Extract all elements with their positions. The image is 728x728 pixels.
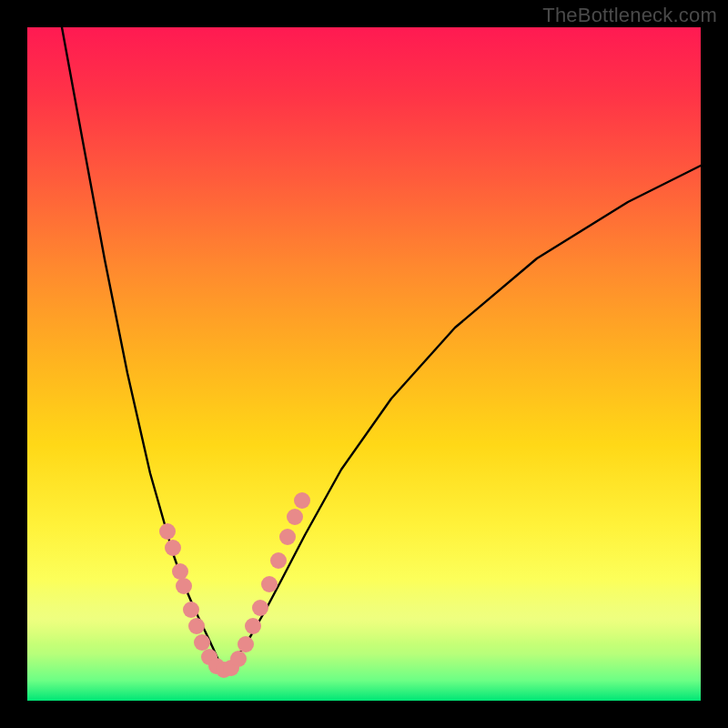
marker-dot [252, 600, 268, 616]
plot-area [27, 27, 701, 701]
marker-dot [165, 540, 181, 556]
marker-dot [245, 618, 261, 634]
marker-dot [238, 636, 254, 652]
marker-group [159, 492, 310, 678]
marker-dot [270, 552, 287, 569]
series-left-branch [62, 27, 220, 664]
marker-dot [176, 578, 192, 594]
chart-overlay [27, 27, 701, 701]
line-series-group [62, 27, 701, 669]
marker-dot [183, 602, 199, 618]
marker-dot [194, 634, 210, 651]
marker-dot [159, 523, 176, 540]
series-right-branch [228, 166, 701, 669]
watermark-text: TheBottleneck.com [542, 4, 717, 27]
marker-dot [287, 509, 303, 525]
marker-dot [188, 618, 205, 634]
marker-dot [294, 492, 310, 509]
marker-dot [279, 529, 296, 545]
marker-dot [261, 576, 278, 592]
marker-dot [230, 651, 247, 667]
chart-frame: TheBottleneck.com [0, 0, 728, 728]
marker-dot [172, 563, 188, 580]
